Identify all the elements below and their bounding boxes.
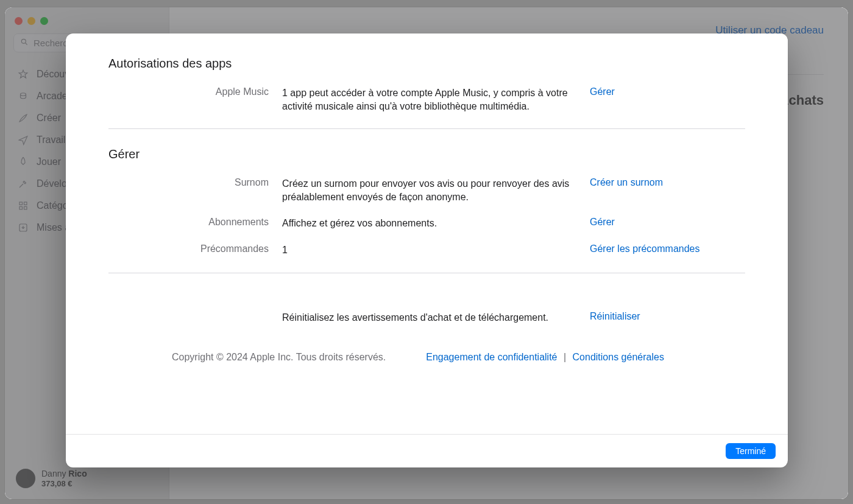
row-desc: Créez un surnom pour envoyer vos avis ou… <box>282 177 584 203</box>
divider <box>108 273 745 273</box>
section-title-manage: Gérer <box>108 147 745 161</box>
section-title-auth: Autorisations des apps <box>108 57 745 71</box>
manage-apple-music-link[interactable]: Gérer <box>590 86 615 97</box>
modal-body: Autorisations des apps Apple Music 1 app… <box>66 33 788 434</box>
reset-link[interactable]: Réinitialiser <box>590 311 640 321</box>
row-nickname: Surnom Créez un surnom pour envoyer vos … <box>108 175 745 214</box>
row-label: Apple Music <box>108 86 282 97</box>
copyright-text: Copyright © 2024 Apple Inc. Tous droits … <box>172 352 386 363</box>
row-desc: Réinitialisez les avertissements d'achat… <box>282 311 584 324</box>
manage-subscriptions-link[interactable]: Gérer <box>590 217 615 227</box>
row-apple-music: Apple Music 1 app peut accéder à votre c… <box>108 84 745 124</box>
row-label: Surnom <box>108 177 282 188</box>
modal-footer: Terminé <box>66 434 788 467</box>
modal-legal-footer: Copyright © 2024 Apple Inc. Tous droits … <box>108 335 745 375</box>
terms-link[interactable]: Conditions générales <box>573 352 664 362</box>
row-desc: 1 <box>282 243 584 257</box>
create-nickname-link[interactable]: Créer un surnom <box>590 177 663 187</box>
row-preorders: Précommandes 1 Gérer les précommandes <box>108 241 745 268</box>
row-desc: Affichez et gérez vos abonnements. <box>282 217 584 230</box>
manage-preorders-link[interactable]: Gérer les précommandes <box>590 243 700 254</box>
done-button[interactable]: Terminé <box>726 443 776 459</box>
row-label: Précommandes <box>108 243 282 254</box>
account-modal: Autorisations des apps Apple Music 1 app… <box>66 33 788 467</box>
row-subscriptions: Abonnements Affichez et gérez vos abonne… <box>108 214 745 241</box>
privacy-link[interactable]: Engagement de confidentialité <box>426 352 557 362</box>
row-label: Abonnements <box>108 217 282 228</box>
divider <box>108 128 745 129</box>
row-reset-warnings: Réinitialisez les avertissements d'achat… <box>108 309 745 335</box>
row-desc: 1 app peut accéder à votre compte Apple … <box>282 86 584 113</box>
